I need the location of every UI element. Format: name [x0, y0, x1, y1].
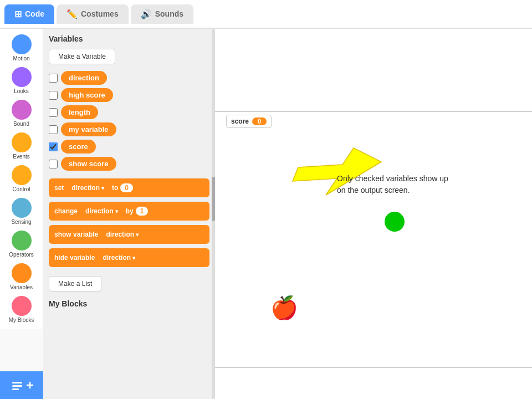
looks-label: Looks [14, 88, 29, 94]
section-title: Variables [49, 34, 209, 43]
dropdown-arrow-change: ▾ [115, 208, 118, 214]
left-column: Motion Looks Sound Events Control Sensin [0, 29, 43, 399]
change-label: change [54, 207, 78, 215]
add-sprite-button[interactable] [0, 371, 43, 399]
block-length[interactable]: length [61, 105, 98, 119]
make-variable-button[interactable]: Make a Variable [49, 49, 115, 64]
variable-row-length: length [49, 105, 209, 119]
score-value: 0 [252, 117, 267, 125]
sidebar-item-events[interactable]: Events [0, 130, 43, 162]
sidebar-item-myblocks[interactable]: My Blocks [0, 294, 43, 325]
sound-label: Sound [13, 121, 29, 127]
sensing-label: Sensing [11, 219, 31, 225]
tab-code[interactable]: ⊞ Code [4, 4, 54, 24]
block-show-variable[interactable]: show variable direction ▾ [49, 225, 209, 244]
sidebar-item-variables[interactable]: Variables [0, 261, 43, 293]
sidebar-item-sensing[interactable]: Sensing [0, 196, 43, 227]
checkbox-showscore[interactable] [49, 160, 58, 168]
score-monitor: score 0 [226, 115, 272, 128]
sound-dot [12, 100, 32, 120]
stage-divider-top [215, 111, 532, 112]
show-var-dropdown[interactable]: direction ▾ [100, 229, 144, 240]
block-highscore[interactable]: high score [61, 88, 113, 102]
set-label: set [54, 184, 64, 192]
annotation-text: Only checked variables show up on the ou… [337, 173, 459, 196]
sidebar-item-control[interactable]: Control [0, 163, 43, 195]
dropdown-arrow-show: ▾ [136, 232, 139, 238]
sidebar-item-operators[interactable]: Operators [0, 228, 43, 260]
events-dot [12, 132, 32, 152]
apple-sprite: 🍎 [270, 295, 298, 321]
variable-row-score: score [49, 140, 209, 154]
variable-row-direction: direction [49, 71, 209, 85]
score-label: score [231, 117, 249, 125]
tab-costumes-label: Costumes [81, 9, 119, 18]
green-circle-sprite [385, 212, 405, 232]
motion-dot [12, 34, 32, 54]
cmd-blocks-area: set direction ▾ to 0 change direction ▾ … [49, 178, 209, 267]
blocks-panel: Variables Make a Variable direction high… [43, 29, 215, 399]
hide-var-label: hide variable [54, 254, 95, 262]
tab-bar: ⊞ Code ✏️ Costumes 🔊 Sounds [0, 0, 532, 29]
add-icon [9, 377, 34, 393]
sidebar-item-looks[interactable]: Looks [0, 65, 43, 96]
variables-label: Variables [10, 284, 33, 290]
tab-sounds-label: Sounds [155, 9, 183, 18]
block-myvariable[interactable]: my variable [61, 122, 116, 136]
control-label: Control [12, 186, 30, 192]
my-blocks-title: My Blocks [49, 299, 209, 308]
block-set-direction[interactable]: set direction ▾ to 0 [49, 178, 209, 197]
myblocks-dot [12, 296, 32, 316]
variables-dot [12, 263, 32, 283]
stage-divider-bottom [215, 367, 532, 368]
change-value[interactable]: 1 [136, 207, 149, 216]
svg-rect-2 [12, 388, 19, 390]
change-var-dropdown[interactable]: direction ▾ [80, 206, 124, 217]
variable-row-showscore: show score [49, 157, 209, 171]
checkbox-score[interactable] [49, 142, 58, 151]
operators-dot [12, 231, 32, 250]
show-var-label: show variable [54, 231, 98, 238]
svg-rect-1 [12, 385, 22, 387]
checkbox-direction[interactable] [49, 74, 58, 83]
dropdown-arrow-hide: ▾ [132, 255, 135, 261]
myblocks-label: My Blocks [9, 317, 34, 323]
checkbox-highscore[interactable] [49, 91, 58, 100]
set-value[interactable]: 0 [120, 183, 133, 192]
set-var-dropdown[interactable]: direction ▾ [66, 182, 110, 193]
categories-panel: Motion Looks Sound Events Control Sensin [0, 29, 43, 329]
sounds-icon: 🔊 [141, 9, 152, 19]
variable-row-highscore: high score [49, 88, 209, 102]
control-dot [12, 165, 32, 185]
motion-label: Motion [13, 55, 29, 62]
sidebar-item-motion[interactable]: Motion [0, 32, 43, 64]
variable-row-myvariable: my variable [49, 122, 209, 136]
looks-dot [12, 67, 32, 87]
tab-code-label: Code [25, 9, 44, 18]
checkbox-length[interactable] [49, 108, 58, 117]
svg-rect-0 [12, 382, 22, 383]
operators-label: Operators [9, 252, 33, 258]
dropdown-arrow-set: ▾ [101, 185, 104, 191]
events-label: Events [13, 154, 30, 160]
checkbox-myvariable[interactable] [49, 125, 58, 134]
by-label: by [126, 207, 134, 215]
sidebar-item-sound[interactable]: Sound [0, 98, 43, 129]
to-label: to [112, 184, 118, 192]
block-hide-variable[interactable]: hide variable direction ▾ [49, 248, 209, 267]
stage-area: score 0 Only checked variables show up o… [215, 29, 532, 399]
costumes-icon: ✏️ [66, 9, 78, 19]
block-showscore[interactable]: show score [61, 157, 116, 171]
hide-var-dropdown[interactable]: direction ▾ [97, 252, 141, 263]
tab-costumes[interactable]: ✏️ Costumes [57, 4, 129, 24]
sensing-dot [12, 198, 32, 218]
tab-sounds[interactable]: 🔊 Sounds [131, 4, 193, 24]
block-change-direction[interactable]: change direction ▾ by 1 [49, 202, 209, 221]
main-area: Motion Looks Sound Events Control Sensin [0, 29, 532, 399]
code-icon: ⊞ [14, 9, 22, 19]
block-direction[interactable]: direction [61, 71, 107, 85]
block-score[interactable]: score [61, 140, 96, 154]
make-list-button[interactable]: Make a List [49, 276, 101, 291]
